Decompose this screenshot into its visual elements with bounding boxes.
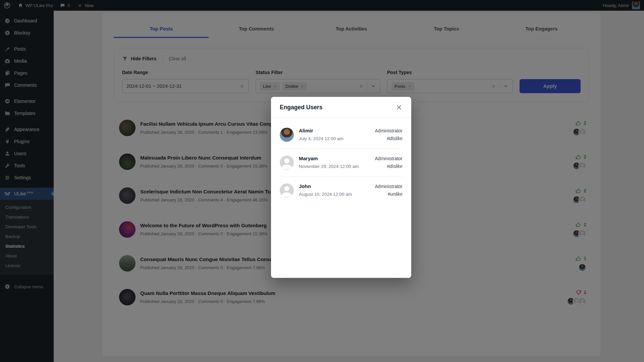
user-role: Administrator [375, 156, 402, 161]
avatar [280, 156, 294, 170]
engagement-date: July 4, 2024 12:00 am [299, 136, 343, 141]
modal-title: Engaged Users [280, 104, 322, 111]
user-role: Administrator [375, 184, 402, 189]
user-name: Alimir [299, 128, 313, 133]
reaction-tag: #dislike [387, 136, 402, 141]
engagement-date: November 29, 2024 12:00 am [299, 164, 359, 169]
engaged-user-row: John Administrator August 10, 2024 12:00… [280, 177, 402, 204]
avatar [280, 128, 294, 142]
reaction-tag: #dislike [387, 164, 402, 169]
engagement-date: August 10, 2024 12:00 am [299, 192, 352, 197]
engaged-users-modal: Engaged Users Alimir Administrator July … [271, 97, 411, 278]
user-role: Administrator [375, 128, 402, 133]
user-name: John [299, 183, 311, 189]
avatar [280, 183, 294, 197]
engaged-user-row: Alimir Administrator July 4, 2024 12:00 … [280, 121, 402, 149]
user-name: Maryam [299, 156, 318, 161]
engaged-user-row: Maryam Administrator November 29, 2024 1… [280, 149, 402, 177]
close-icon[interactable] [395, 104, 402, 111]
reaction-tag: #unlike [388, 191, 402, 197]
